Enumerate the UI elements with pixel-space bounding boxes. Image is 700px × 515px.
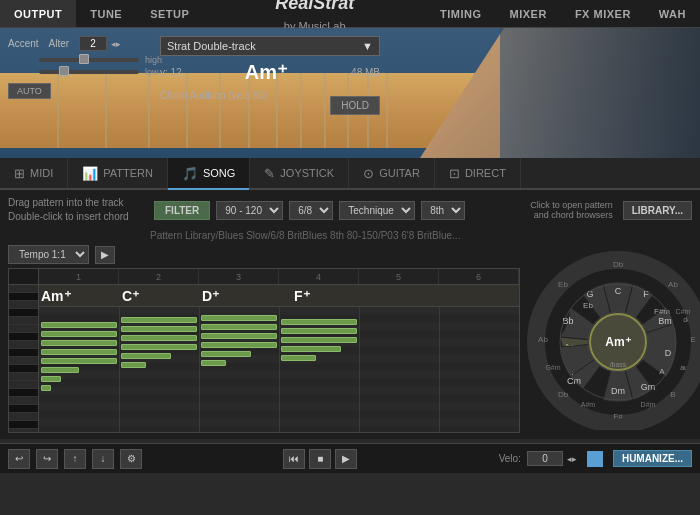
tab-joystick[interactable]: ✎ JOYSTICK (250, 158, 349, 188)
filter-button[interactable]: FILTER (154, 201, 210, 220)
note-area (39, 307, 519, 433)
svg-text:C: C (615, 286, 622, 296)
piano-key (9, 349, 38, 357)
low-slider[interactable] (39, 70, 139, 74)
wah-nav-item[interactable]: WAH (645, 8, 700, 20)
velo-spinner[interactable]: ◂▸ (567, 454, 577, 464)
tab-midi[interactable]: ⊞ MIDI (0, 158, 68, 188)
auto-button[interactable]: AUTO (8, 83, 51, 99)
tab-song[interactable]: 🎵 SONG (168, 158, 250, 188)
guitar-section: Accent Alter 2 ◂▸ high low AUTO Strat (0, 28, 700, 158)
move-up-button[interactable]: ↑ (64, 449, 86, 469)
bpm-select[interactable]: 90 - 120 (216, 201, 283, 220)
alter-control[interactable]: 2 ◂▸ (79, 36, 121, 51)
library-button[interactable]: LIBRARY... (623, 201, 692, 220)
note-block (41, 340, 117, 346)
svg-text:E: E (690, 335, 695, 344)
midi-icon: ⊞ (14, 166, 25, 181)
piano-key (9, 421, 38, 429)
svg-text:/bass: /bass (610, 361, 627, 368)
fx-mixer-nav-item[interactable]: FX MIXER (561, 8, 645, 20)
tab-pattern[interactable]: 📊 PATTERN (68, 158, 168, 188)
preset-size: 48 MB (351, 67, 380, 78)
svg-text:Dm: Dm (611, 386, 625, 396)
note-block (41, 358, 117, 364)
piano-key (9, 325, 38, 333)
subdivision-select[interactable]: 8th (421, 201, 465, 220)
svg-text:D#m: D#m (641, 401, 656, 408)
setup-nav-item[interactable]: SETUP (136, 0, 203, 27)
controls-overlay: Accent Alter 2 ◂▸ high low AUTO Strat (0, 28, 310, 158)
preset-dropdown[interactable]: Strat Double-track ▼ (160, 36, 380, 56)
tempo-select[interactable]: Tempo 1:1 (8, 245, 89, 264)
svg-text:Eb: Eb (558, 280, 568, 289)
note-block (41, 349, 117, 355)
settings-button[interactable]: ⚙ (120, 449, 142, 469)
piano-key (9, 333, 38, 341)
roll-grid: Am⁺ C⁺ D⁺ F⁺ (39, 285, 519, 433)
piano-key (9, 341, 38, 349)
play-button[interactable]: ▶ (95, 246, 115, 264)
piano-key (9, 397, 38, 405)
svg-text:Db: Db (558, 390, 569, 399)
transport-center: ⏮ ■ ▶ (283, 449, 357, 469)
tune-nav-item[interactable]: TUNE (76, 0, 136, 27)
piano-key (9, 413, 38, 421)
note-block (201, 351, 251, 357)
output-nav-item[interactable]: OUTPUT (0, 0, 76, 27)
alter-label: Alter (49, 38, 70, 49)
undo-button[interactable]: ↩ (8, 449, 30, 469)
high-slider[interactable] (39, 58, 139, 62)
guitar-overlay (500, 28, 700, 158)
time-sig-select[interactable]: 6/8 (289, 201, 333, 220)
tab-guitar[interactable]: ⊙ GUITAR (349, 158, 435, 188)
alter-value[interactable]: 2 (79, 36, 107, 51)
piano-key (9, 293, 38, 301)
piano-key (9, 365, 38, 373)
note-block (121, 362, 146, 368)
note-block (121, 326, 197, 332)
note-block (41, 367, 79, 373)
chord-wheel[interactable]: maj7 sus dom aug dim C G F (526, 245, 700, 430)
piano-roll[interactable]: 1 2 3 4 5 6 (8, 268, 520, 433)
velo-control[interactable]: 0 ◂▸ (527, 451, 577, 466)
accent-label: Accent (8, 38, 39, 49)
technique-select[interactable]: Technique (339, 201, 415, 220)
pattern-path-bar: Pattern Library/Blues Slow/6/8 BritBlues… (8, 230, 692, 241)
velo-value[interactable]: 0 (527, 451, 563, 466)
note-block (201, 324, 277, 330)
note-block (201, 315, 277, 321)
stop-button[interactable]: ■ (309, 449, 331, 469)
note-block (121, 335, 197, 341)
measure-1: 1 (39, 269, 119, 284)
piano-key (9, 317, 38, 325)
svg-text:A: A (659, 367, 665, 376)
note-block (121, 353, 171, 359)
alter-spinner[interactable]: ◂▸ (111, 39, 121, 49)
song-icon: 🎵 (182, 166, 198, 181)
svg-text:G#m: G#m (545, 364, 560, 371)
note-block (41, 331, 117, 337)
main-content: Drag pattern into the track Double-click… (0, 190, 700, 439)
redo-button[interactable]: ↪ (36, 449, 58, 469)
tab-direct[interactable]: ⊡ DIRECT (435, 158, 521, 188)
piano-roll-body: Am⁺ C⁺ D⁺ F⁺ (9, 285, 519, 433)
humanize-button[interactable]: HUMANIZE... (613, 450, 692, 467)
right-nav: TIMING MIXER FX MIXER WAH (426, 8, 700, 20)
bottom-bar: ↩ ↪ ↑ ↓ ⚙ ⏮ ■ ▶ Velo: 0 ◂▸ HUMANIZE... (0, 443, 700, 473)
preset-area: Strat Double-track ▼ v: 12 Am⁺ 48 MB Cho… (160, 36, 380, 103)
top-nav-bar: OUTPUT TUNE SETUP RealStrat by MusicLab … (0, 0, 700, 28)
hold-button[interactable]: HOLD (330, 96, 380, 115)
svg-text:Eb: Eb (583, 301, 593, 310)
mixer-nav-item[interactable]: MIXER (496, 8, 561, 20)
tab-pattern-label: PATTERN (103, 167, 153, 179)
transport-play-button[interactable]: ▶ (335, 449, 357, 469)
prev-button[interactable]: ⏮ (283, 449, 305, 469)
tab-guitar-label: GUITAR (379, 167, 420, 179)
note-block (281, 355, 316, 361)
move-down-button[interactable]: ↓ (92, 449, 114, 469)
timing-nav-item[interactable]: TIMING (426, 8, 496, 20)
note-block (201, 333, 277, 339)
direct-icon: ⊡ (449, 166, 460, 181)
svg-text:F#: F# (613, 412, 623, 421)
